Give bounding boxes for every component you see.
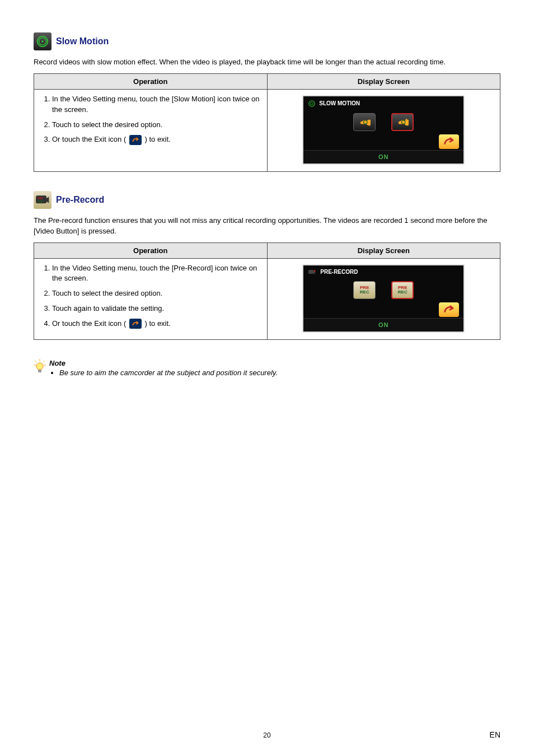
sm-step2: Touch to select the desired option. xyxy=(52,120,261,130)
screen-title-bar: PRE-RECORD xyxy=(303,265,463,278)
pr-step1: In the Video Setting menu, touch the [Pr… xyxy=(52,263,261,284)
slow-motion-table: Operation Display Screen In the Video Se… xyxy=(34,73,500,172)
screen-title-text: PRE-RECORD xyxy=(320,269,358,275)
ds-header: Display Screen xyxy=(267,73,500,89)
screen-title-bar: SLOW MOTION xyxy=(303,96,463,110)
pr-option-off[interactable]: PRE REC xyxy=(353,281,376,299)
ds-header: Display Screen xyxy=(267,242,500,258)
screen-exit-button[interactable] xyxy=(439,302,459,317)
svg-text:PRE: PRE xyxy=(38,197,44,200)
sm-step3-a: Or touch the Exit icon ( xyxy=(52,135,126,143)
sm-step1: In the Video Setting menu, touch the [Sl… xyxy=(52,94,261,115)
page-number: 20 xyxy=(263,731,270,739)
camcorder-small-icon xyxy=(308,269,317,276)
op-header: Operation xyxy=(34,73,268,89)
screen-option-row: PRE REC PRE REC xyxy=(303,278,463,301)
slow-motion-screen-cell: SLOW MOTION xyxy=(267,89,500,171)
rec-label: REC xyxy=(360,290,369,295)
svg-text:REC: REC xyxy=(38,200,44,203)
pre-rec-header-icon: PRE REC xyxy=(34,191,51,209)
svg-point-15 xyxy=(36,363,43,370)
snail-swirl-icon xyxy=(36,35,49,48)
svg-line-11 xyxy=(35,361,36,362)
pr-step4-b: ) to exit. xyxy=(144,319,170,328)
pre-record-steps: In the Video Setting menu, touch the [Pr… xyxy=(34,258,268,339)
slow-motion-screen: SLOW MOTION xyxy=(302,95,465,165)
pre-record-screen-cell: PRE-RECORD PRE REC PRE REC xyxy=(267,258,500,339)
pr-option-on[interactable]: PRE REC xyxy=(391,281,414,299)
lightbulb-icon xyxy=(34,359,46,375)
screen-exit-row xyxy=(303,133,463,150)
pre-record-table: Operation Display Screen In the Video Se… xyxy=(34,242,500,340)
screen-exit-row xyxy=(303,301,463,318)
screen-status: ON xyxy=(303,150,463,164)
svg-rect-16 xyxy=(38,370,41,372)
sm-option-off[interactable] xyxy=(353,113,376,131)
svg-point-9 xyxy=(314,270,316,272)
pr-step4: Or touch the Exit icon ( ) to exit. xyxy=(52,319,261,329)
section-title: Slow Motion xyxy=(56,36,109,46)
op-header: Operation xyxy=(34,242,268,258)
swirl-small-icon xyxy=(308,100,316,108)
page-footer: 20 EN xyxy=(0,731,534,739)
pr-step3: Touch again to validate the setting. xyxy=(52,304,261,314)
note-block: Note Be sure to aim the camcorder at the… xyxy=(34,359,500,377)
svg-point-1 xyxy=(309,101,315,107)
slow-motion-icon xyxy=(34,32,51,50)
note-body: Note Be sure to aim the camcorder at the… xyxy=(49,359,278,377)
screen-exit-button[interactable] xyxy=(439,134,459,149)
section-title: Pre-Record xyxy=(56,195,104,205)
sm-option-on[interactable] xyxy=(391,113,414,131)
exit-icon xyxy=(129,319,142,329)
pre-record-screen: PRE-RECORD PRE REC PRE REC xyxy=(302,264,465,333)
rec-label: REC xyxy=(398,290,407,295)
pre-record-intro: The Pre-record function ensures that you… xyxy=(34,216,500,237)
sm-step3: Or touch the Exit icon ( ) to exit. xyxy=(52,134,261,145)
pr-step4-a: Or touch the Exit icon ( xyxy=(52,319,126,328)
svg-point-0 xyxy=(41,40,44,43)
svg-line-12 xyxy=(43,361,45,362)
pr-step2: Touch to select the desired option. xyxy=(52,288,261,299)
sm-step3-b: ) to exit. xyxy=(144,135,170,143)
slow-motion-header: Slow Motion xyxy=(34,32,500,50)
svg-rect-8 xyxy=(308,270,313,274)
exit-icon xyxy=(129,135,142,145)
screen-title-text: SLOW MOTION xyxy=(319,100,360,106)
lang-label: EN xyxy=(490,730,500,739)
note-item: Be sure to aim the camcorder at the subj… xyxy=(59,368,278,377)
pre-record-header: PRE REC Pre-Record xyxy=(34,191,500,209)
slow-motion-intro: Record videos with slow motion effect. W… xyxy=(34,57,500,68)
slow-motion-steps: In the Video Setting menu, touch the [Sl… xyxy=(34,89,268,171)
screen-option-row xyxy=(303,110,463,133)
screen-status: ON xyxy=(303,318,463,332)
note-title: Note xyxy=(49,359,65,367)
svg-point-2 xyxy=(311,102,313,105)
